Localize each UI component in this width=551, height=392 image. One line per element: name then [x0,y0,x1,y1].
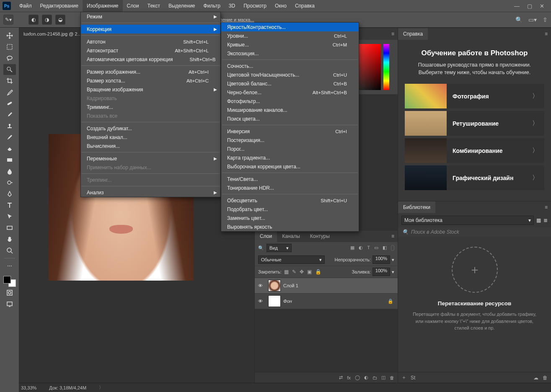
adj-desaturate[interactable]: ОбесцветитьShift+Ctrl+U [221,196,359,205]
layer-thumbnail[interactable] [268,280,281,291]
pen-tool[interactable] [3,188,16,199]
learn-item-retouch[interactable]: Ретуширование〉 [405,111,544,136]
marquee-tool[interactable] [3,41,16,52]
mask-icon[interactable]: ◯ [355,375,360,380]
window-close[interactable]: ✕ [540,3,544,9]
panel-menu-icon[interactable]: ≡ [388,31,398,37]
menu-correction[interactable]: Коррекция▶ [81,25,220,34]
lock-paint-icon[interactable]: ✎ [292,269,296,275]
menu-help[interactable]: Справка [291,0,319,12]
history-brush-tool[interactable] [3,132,16,143]
visibility-icon[interactable]: 👁 [255,283,266,288]
panel-menu-icon[interactable]: ≡ [541,31,551,37]
quick-select-new-icon[interactable]: ◐ [28,15,39,25]
lib-add-icon[interactable]: ＋ [401,374,406,381]
menu-applyimage[interactable]: Внешний канал... [81,133,220,142]
learn-item-photo[interactable]: Фотография〉 [405,84,544,108]
menu-image[interactable]: Изображение [83,0,123,12]
zoom-level[interactable]: 33,33% [21,385,36,390]
menu-duplicate[interactable]: Создать дубликат... [81,124,220,133]
lock-all-icon[interactable]: 🔒 [315,269,321,275]
adj-channelmixer[interactable]: Микширование каналов... [221,106,359,114]
color-swatches[interactable] [3,276,16,287]
quickmask-tool[interactable] [3,287,16,298]
quick-select-add-icon[interactable]: ◑ [42,15,52,25]
filter-type-icon[interactable]: T [367,245,370,251]
zoom-tool[interactable] [3,245,16,256]
grid-view-icon[interactable]: ▦ [536,217,541,223]
adj-shadowhighlight[interactable]: Тени/Света... [221,175,359,183]
new-layer-icon[interactable]: ◫ [381,375,385,380]
lib-cloud-icon[interactable]: ☁ [533,375,538,381]
healing-tool[interactable] [3,98,16,109]
type-tool[interactable] [3,200,16,211]
tab-layers[interactable]: Слои [255,230,277,242]
move-tool[interactable] [3,30,16,41]
group-icon[interactable]: 🗀 [373,375,377,380]
layer-row-1[interactable]: 👁 Слой 1 [255,278,398,294]
filter-adjust-icon[interactable]: ◐ [359,245,363,251]
visibility-icon[interactable]: 👁 [255,299,266,304]
menu-edit[interactable]: Редактирование [36,0,83,12]
adj-blackwhite[interactable]: Черно-белое...Alt+Shift+Ctrl+B [221,88,359,97]
screenmode-tool[interactable] [3,299,16,309]
opacity-value[interactable]: 100% [373,255,390,264]
lib-delete-icon[interactable]: 🗑 [543,375,548,381]
filter-shape-icon[interactable]: ▭ [374,245,378,251]
adj-selectivecolor[interactable]: Выборочная коррекция цвета... [221,162,359,171]
adj-hdrtoning[interactable]: Тонирование HDR... [221,183,359,192]
arrange-icon[interactable]: ▭▾ [528,16,537,23]
tab-help[interactable]: Справка [398,28,428,40]
delete-icon[interactable]: 🗑 [390,375,394,380]
link-layers-icon[interactable]: ⇄ [339,375,343,380]
adj-replacecolor[interactable]: Заменить цвет... [221,214,359,222]
tab-paths[interactable]: Контуры [305,230,335,242]
adj-vibrance[interactable]: Сочность... [221,62,359,70]
list-view-icon[interactable]: ≣ [543,217,548,223]
adj-posterize[interactable]: Постеризация... [221,136,359,144]
menu-rotate[interactable]: Вращение изображения▶ [81,85,220,94]
stamp-tool[interactable] [3,121,16,132]
menu-autotone[interactable]: АвтотонShift+Ctrl+L [81,37,220,46]
adj-photofilter[interactable]: Фотофильтр... [221,97,359,106]
adj-exposure[interactable]: Экспозиция... [221,49,359,58]
share-icon[interactable]: ⇧ [543,16,548,23]
menu-filter[interactable]: Фильтр [199,0,225,12]
edit-toolbar-icon[interactable]: ⋯ [3,260,16,271]
fill-value[interactable]: 100% [373,268,390,276]
crop-tool[interactable] [3,75,16,86]
tab-channels[interactable]: Каналы [277,230,305,242]
learn-item-graphic[interactable]: Графический дизайн〉 [405,165,544,190]
menu-analysis[interactable]: Анализ▶ [81,188,220,197]
filter-toggle[interactable] [391,245,394,251]
layer-name[interactable]: Фон [283,299,292,304]
lock-pos-icon[interactable]: ✥ [300,269,304,275]
dodge-tool[interactable] [3,177,16,188]
search-icon[interactable]: 🔍 [515,16,523,23]
menu-text[interactable]: Текст [143,0,164,12]
adj-threshold[interactable]: Порог... [221,144,359,153]
blur-tool[interactable] [3,166,16,177]
menu-variables[interactable]: Переменные▶ [81,154,220,163]
tab-libraries[interactable]: Библиотеки [398,201,435,213]
adj-levels[interactable]: Уровни...Ctrl+L [221,31,359,40]
adjustment-icon[interactable]: ◐ [364,375,368,380]
panel-menu-icon[interactable]: ≡ [541,204,551,210]
adj-colorlookup[interactable]: Поиск цвета... [221,114,359,123]
layer-name[interactable]: Слой 1 [283,283,298,288]
layer-row-bg[interactable]: 👁 Фон 🔒 [255,294,398,309]
hand-tool[interactable] [3,234,16,245]
doc-info[interactable]: Док: 3,18M/4,24M [49,385,86,390]
lock-artb-icon[interactable]: ▣ [307,269,312,275]
rectangle-tool[interactable] [3,222,16,233]
menu-autocolor[interactable]: Автоматическая цветовая коррекцияShift+C… [81,55,220,64]
eyedropper-tool[interactable] [3,87,16,98]
hue-slider[interactable] [383,44,389,90]
fx-icon[interactable]: fx [347,375,351,380]
adj-brightness[interactable]: Яркость/Контрастность... [221,23,359,31]
menu-trim[interactable]: Тримминг... [81,103,220,111]
select-and-mask-link[interactable]: ление и маска... [220,17,254,22]
brush-tool[interactable] [3,109,16,120]
gradient-tool[interactable] [3,155,16,165]
layer-filter-kind[interactable]: Вид [269,245,278,250]
